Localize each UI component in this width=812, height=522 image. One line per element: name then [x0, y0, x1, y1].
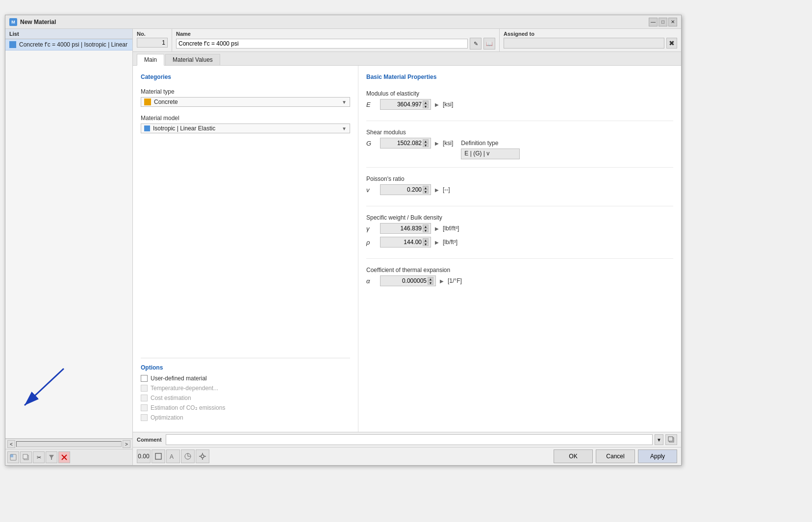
material-type-dropdown[interactable]: Concrete ▼: [141, 97, 350, 107]
name-label: Name: [176, 31, 495, 37]
left-panel-toolbar: ✂: [5, 449, 132, 465]
checkbox-user-defined: User-defined material: [141, 375, 350, 382]
form-left-spacer: [141, 141, 350, 350]
shear-modulus-row: G ▲ ▼ ▶ [ksi]: [366, 138, 453, 149]
comment-dropdown-button[interactable]: ▼: [655, 434, 663, 445]
checkbox-cost-estimation: Cost estimation: [141, 395, 350, 401]
nav-right-button[interactable]: >: [123, 440, 130, 448]
scrollbar[interactable]: [16, 441, 122, 447]
main-window: M New Material — □ ✕ List Concrete f'c =…: [5, 15, 682, 466]
shear-modulus-row-container: G ▲ ▼ ▶ [ksi]: [366, 138, 673, 159]
gamma-row: γ ▲ ▼ ▶ [lbf/ft³]: [366, 223, 673, 234]
filter-button[interactable]: [46, 451, 57, 463]
maximize-button[interactable]: □: [659, 18, 667, 26]
rho-spin-up[interactable]: ▲: [423, 238, 429, 242]
gamma-symbol: γ: [366, 225, 376, 232]
shear-input-wrap: ▲ ▼: [380, 138, 431, 149]
checkbox-optimization-label: Optimization: [151, 414, 183, 421]
material-model-dropdown[interactable]: Isotropic | Linear Elastic ▼: [141, 124, 350, 133]
shear-spin-down[interactable]: ▼: [423, 143, 429, 147]
divider-3: [366, 206, 673, 206]
settings-button[interactable]: [196, 449, 209, 463]
gamma-spin-up[interactable]: ▲: [423, 224, 429, 228]
checkbox-user-defined-input[interactable]: [141, 375, 148, 382]
material-model-field: Material model Isotropic | Linear Elasti…: [141, 115, 350, 133]
alpha-input[interactable]: [382, 277, 427, 284]
edit-name-button[interactable]: ✎: [470, 38, 482, 50]
text-button[interactable]: A: [166, 449, 180, 463]
rho-spin-down[interactable]: ▼: [423, 242, 429, 246]
assigned-clear-button[interactable]: ✖: [666, 38, 677, 49]
modulus-spin-up[interactable]: ▲: [423, 100, 429, 104]
modulus-spin-down[interactable]: ▼: [423, 104, 429, 108]
scissors-button[interactable]: ✂: [33, 451, 45, 463]
gamma-arrow-icon[interactable]: ▶: [435, 226, 439, 231]
close-button[interactable]: ✕: [668, 18, 677, 26]
assigned-section: Assigned to ✖: [500, 29, 681, 51]
shear-input[interactable]: [382, 140, 422, 147]
checkbox-cost-estimation-input: [141, 395, 148, 401]
modulus-arrow-icon[interactable]: ▶: [435, 102, 439, 107]
list-item[interactable]: Concrete f'c = 4000 psi | Isotropic | Li…: [5, 39, 132, 50]
nav-left-button[interactable]: <: [7, 440, 15, 448]
library-button[interactable]: 📖: [483, 38, 495, 50]
material-model-color-icon: [144, 125, 150, 131]
alpha-arrow-icon[interactable]: ▶: [440, 278, 444, 284]
material-type-field: Material type Concrete ▼: [141, 88, 350, 107]
modulus-input[interactable]: [382, 101, 422, 108]
titlebar-controls: — □ ✕: [649, 18, 677, 26]
gamma-input[interactable]: [382, 225, 422, 232]
comment-bar: Comment ▼: [133, 432, 681, 447]
checkbox-user-defined-label: User-defined material: [151, 375, 207, 382]
rho-arrow-icon[interactable]: ▶: [435, 240, 439, 245]
shear-modulus-group: Shear modulus G ▲ ▼: [366, 129, 673, 159]
tab-material-values[interactable]: Material Values: [165, 54, 220, 65]
shear-arrow-icon[interactable]: ▶: [435, 141, 439, 146]
thermal-expansion-row: α ▲ ▼ ▶ [1/°F]: [366, 275, 673, 286]
right-panel: No. Name ✎ 📖 Assigned to ✖: [133, 29, 681, 465]
poissons-arrow-icon[interactable]: ▶: [435, 187, 439, 193]
minimize-button[interactable]: —: [649, 18, 658, 26]
poissons-spin-down[interactable]: ▼: [423, 190, 429, 194]
no-input[interactable]: [137, 38, 168, 48]
delete-button[interactable]: [58, 451, 70, 463]
comment-copy-button[interactable]: [665, 434, 677, 445]
gamma-spin-down[interactable]: ▼: [423, 228, 429, 232]
add-material-button[interactable]: [7, 451, 19, 463]
chart-button[interactable]: [181, 449, 195, 463]
ok-button[interactable]: OK: [554, 449, 593, 463]
comment-label: Comment: [137, 437, 162, 443]
rho-input[interactable]: [382, 239, 422, 246]
alpha-spin-up[interactable]: ▲: [428, 277, 433, 281]
checkbox-cost-estimation-label: Cost estimation: [151, 395, 191, 401]
duplicate-material-button[interactable]: [20, 451, 32, 463]
element-button[interactable]: [152, 449, 165, 463]
values-button[interactable]: 0.00: [137, 449, 151, 463]
svg-rect-1: [10, 454, 13, 457]
definition-type-input[interactable]: E | (G) | v: [461, 149, 520, 159]
name-input[interactable]: [176, 39, 468, 49]
poissons-input[interactable]: [382, 186, 422, 193]
shear-spin: ▲ ▼: [423, 139, 429, 147]
comment-input[interactable]: [166, 434, 653, 445]
specific-weight-group: Specific weight / Bulk density γ ▲ ▼ ▶: [366, 214, 673, 250]
svg-point-14: [201, 455, 204, 458]
assigned-input[interactable]: [504, 38, 664, 49]
poissons-symbol: v: [366, 186, 376, 194]
poissons-spin-up[interactable]: ▲: [423, 186, 429, 190]
alpha-spin-down[interactable]: ▼: [428, 281, 433, 285]
list-item-icon: [9, 41, 16, 48]
checkbox-temp-dependent-label: Temperature-dependent...: [151, 385, 218, 392]
tabs: Main Material Values: [133, 52, 681, 66]
poissons-ratio-label: Poisson's ratio: [366, 175, 673, 182]
rho-input-wrap: ▲ ▼: [380, 237, 431, 248]
cancel-button[interactable]: Cancel: [596, 449, 635, 463]
checkbox-co2-estimation-label: Estimation of CO₂ emissions: [151, 404, 225, 411]
bottom-toolbar: 0.00 A OK Cancel: [133, 447, 681, 465]
divider-4: [366, 258, 673, 259]
shear-spin-up[interactable]: ▲: [423, 139, 429, 143]
apply-button[interactable]: Apply: [638, 449, 677, 463]
tab-main[interactable]: Main: [137, 54, 164, 66]
assigned-label: Assigned to: [504, 31, 677, 37]
categories-group: Categories Material type Concrete ▼ Mate…: [141, 74, 350, 133]
